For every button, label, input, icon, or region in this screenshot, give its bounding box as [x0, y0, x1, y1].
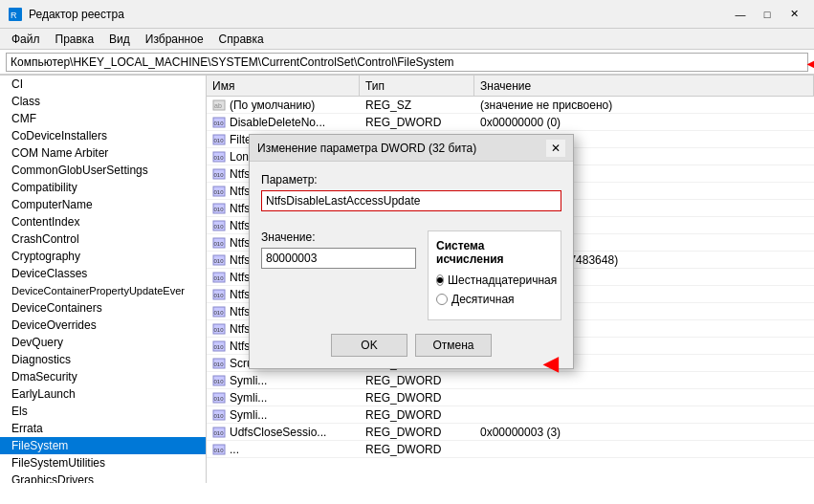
- svg-text:010: 010: [214, 207, 225, 212]
- svg-text:010: 010: [214, 258, 225, 264]
- dialog-row: Значение: Система исчисления Шестнадцате…: [261, 230, 561, 320]
- col-header-value[interactable]: Значение: [474, 76, 814, 96]
- svg-text:010: 010: [214, 310, 225, 316]
- table-row[interactable]: ab (По умолчанию) REG_SZ (значение не пр…: [207, 97, 814, 114]
- title-bar-left: R Редактор реестра: [8, 7, 124, 22]
- title-bar: R Редактор реестра — □ ✕: [0, 0, 814, 29]
- cell-type: REG_DWORD: [360, 389, 474, 406]
- col-header-name[interactable]: Имя: [207, 76, 360, 96]
- hex-radio[interactable]: Шестнадцатеричная: [436, 274, 553, 287]
- svg-text:010: 010: [214, 189, 225, 195]
- menu-edit[interactable]: Правка: [48, 31, 102, 48]
- tree-item-comnamearbiter[interactable]: COM Name Arbiter: [0, 144, 206, 162]
- dword-icon: 010: [212, 220, 226, 231]
- cell-name: 010 DisableDeleteNo...: [207, 114, 360, 131]
- table-row[interactable]: 010 ... REG_DWORD: [207, 441, 814, 458]
- dword-icon: 010: [212, 340, 226, 352]
- menu-favorites[interactable]: Избранное: [138, 31, 211, 48]
- tree-item-els[interactable]: Els: [0, 403, 206, 420]
- col-header-type[interactable]: Тип: [360, 76, 474, 96]
- tree-item-crashcontrol[interactable]: CrashControl: [0, 230, 206, 248]
- tree-item-cryptography[interactable]: Cryptography: [0, 248, 206, 265]
- dialog-title-bar: Изменение параметра DWORD (32 бита) ✕: [250, 135, 573, 162]
- tree-item-devicecontainers[interactable]: DeviceContainers: [0, 299, 206, 317]
- dword-icon: 010: [212, 392, 226, 404]
- tree-item-codeviceinstallers[interactable]: CoDeviceInstallers: [0, 127, 206, 144]
- svg-text:R: R: [11, 11, 17, 20]
- table-row[interactable]: 010 Symli... REG_DWORD: [207, 372, 814, 389]
- dword-icon: 010: [212, 186, 226, 197]
- tree-item-graphicsdrivers[interactable]: GraphicsDrivers: [0, 471, 206, 483]
- menu-help[interactable]: Справка: [211, 31, 272, 48]
- cell-type: REG_DWORD: [360, 441, 474, 458]
- tree-item-errata[interactable]: Errata: [0, 420, 206, 437]
- tree-item-earlylaunch[interactable]: EarlyLaunch: [0, 385, 206, 403]
- close-button[interactable]: ✕: [781, 5, 806, 24]
- dialog-body: Параметр: Значение: Система исчисления Ш…: [250, 162, 573, 368]
- svg-text:010: 010: [214, 155, 225, 161]
- tree-item-computername[interactable]: ComputerName: [0, 196, 206, 213]
- tree-item-commonglobusersettings[interactable]: CommonGlobUserSettings: [0, 162, 206, 179]
- cell-type: REG_DWORD: [360, 114, 474, 131]
- minimize-button[interactable]: —: [728, 5, 753, 24]
- table-row[interactable]: 010 Symli... REG_DWORD: [207, 389, 814, 406]
- tree-item-dmasecurity[interactable]: DmaSecurity: [0, 368, 206, 385]
- dword-icon: 010: [212, 306, 226, 318]
- tree-item-diagnostics[interactable]: Diagnostics: [0, 351, 206, 368]
- hex-label: Шестнадцатеричная: [448, 274, 557, 287]
- tree-item-filesystemutilities[interactable]: FileSystemUtilities: [0, 454, 206, 471]
- cell-name: 010 Symli...: [207, 389, 360, 406]
- svg-text:010: 010: [214, 224, 225, 230]
- dword-icon: 010: [212, 323, 226, 335]
- dword-icon: 010: [212, 358, 226, 369]
- tree-item-devicecontainerproperty[interactable]: DeviceContainerPropertyUpdateEver: [0, 282, 206, 299]
- svg-text:ab: ab: [214, 102, 222, 109]
- tree-item-filesystem[interactable]: FileSystem: [0, 437, 206, 454]
- tree-item-class[interactable]: Class: [0, 93, 206, 110]
- dword-icon: 010: [212, 427, 226, 438]
- tree-item-deviceoverrides[interactable]: DeviceOverrides: [0, 317, 206, 334]
- cell-type: REG_DWORD: [360, 372, 474, 389]
- dword-icon: 010: [212, 272, 226, 283]
- dialog-title: Изменение параметра DWORD (32 бита): [257, 142, 476, 155]
- dword-icon: 010: [212, 444, 226, 455]
- dialog: Изменение параметра DWORD (32 бита) ✕ Па…: [249, 134, 574, 369]
- tree-item-cmf[interactable]: CMF: [0, 110, 206, 127]
- svg-text:010: 010: [214, 327, 225, 333]
- cell-value: [474, 406, 814, 424]
- menu-view[interactable]: Вид: [101, 31, 138, 48]
- tree-item-contentindex[interactable]: ContentIndex: [0, 213, 206, 230]
- table-header: Имя Тип Значение: [207, 76, 814, 97]
- app-icon: R: [8, 7, 23, 22]
- ok-button[interactable]: OK: [331, 334, 407, 357]
- dialog-buttons: OK Отмена: [261, 334, 561, 357]
- tree-item-compatibility[interactable]: Compatibility: [0, 179, 206, 196]
- cell-value: 0x00000000 (0): [474, 114, 814, 131]
- table-row[interactable]: 010 DisableDeleteNo... REG_DWORD 0x00000…: [207, 114, 814, 131]
- left-panel: CI Class CMF CoDeviceInstallers COM Name…: [0, 76, 207, 483]
- tree-item-deviceclasses[interactable]: DeviceClasses: [0, 265, 206, 282]
- system-label: Система исчисления: [436, 239, 553, 266]
- dec-radio[interactable]: Десятичная: [436, 293, 553, 306]
- parameter-label: Параметр:: [261, 173, 561, 186]
- cell-type: REG_DWORD: [360, 424, 474, 441]
- tree-item-ci[interactable]: CI: [0, 76, 206, 93]
- table-row[interactable]: 010 UdfsCloseSessio... REG_DWORD 0x00000…: [207, 424, 814, 441]
- menu-file[interactable]: Файл: [4, 31, 48, 48]
- cancel-button[interactable]: Отмена: [415, 334, 492, 357]
- dialog-close-button[interactable]: ✕: [546, 140, 565, 157]
- tree-item-devquery[interactable]: DevQuery: [0, 334, 206, 351]
- title-controls: — □ ✕: [728, 5, 806, 24]
- value-input[interactable]: [261, 248, 416, 269]
- table-row[interactable]: 010 Symli... REG_DWORD: [207, 406, 814, 424]
- title-text: Редактор реестра: [29, 8, 124, 21]
- cell-name: 010 Symli...: [207, 406, 360, 424]
- dec-label: Десятичная: [451, 293, 515, 306]
- parameter-input[interactable]: [261, 190, 561, 211]
- number-system-box: Система исчисления Шестнадцатеричная Дес…: [428, 230, 561, 320]
- address-input[interactable]: [6, 53, 808, 72]
- dword-icon: 010: [212, 254, 226, 266]
- address-bar: ◀: [0, 50, 814, 75]
- value-label: Значение:: [261, 230, 416, 244]
- maximize-button[interactable]: □: [755, 5, 780, 24]
